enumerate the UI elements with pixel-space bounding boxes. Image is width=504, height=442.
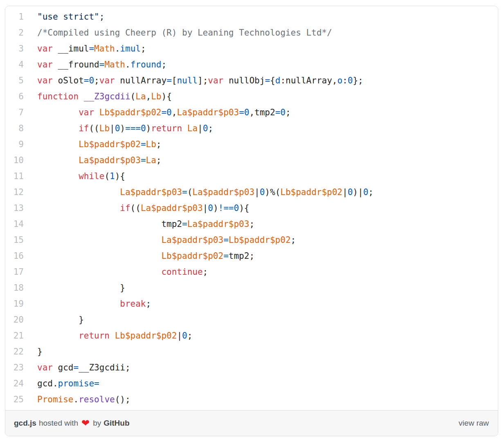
code-text: La$paddr$p03=La; (24, 153, 161, 168)
code-text: if((Lb|0)===0)return La|0; (24, 121, 213, 137)
line-number: 10 (5, 153, 24, 168)
line-number: 18 (5, 280, 24, 296)
line-number: 4 (5, 57, 24, 73)
line-number: 2 (5, 25, 24, 41)
line-number: 23 (5, 360, 24, 376)
code-line: 19 break; (5, 296, 498, 312)
code-text: return Lb$paddr$p02|0; (24, 328, 192, 344)
code-line: 12 La$paddr$p03=(La$paddr$p03|0)%(Lb$pad… (5, 184, 498, 200)
line-number: 12 (5, 184, 24, 200)
code-text: break; (24, 296, 151, 312)
code-line: 15 La$paddr$p03=Lb$paddr$p02; (5, 232, 498, 248)
gist-file-link[interactable]: gcd.js (14, 419, 36, 428)
code-text: La$paddr$p03=(La$paddr$p03|0)%(Lb$paddr$… (24, 184, 374, 200)
code-line: 4var __fround=Math.fround; (5, 57, 498, 73)
code-text: var __imul=Math.imul; (24, 41, 146, 57)
line-number: 7 (5, 105, 24, 121)
code-text: Lb$paddr$p02=tmp2; (24, 248, 254, 264)
code-text: Promise.resolve(); (24, 392, 130, 408)
code-line: 24gcd.promise= (5, 376, 498, 392)
line-number: 14 (5, 216, 24, 232)
code-line: 17 continue; (5, 264, 498, 280)
line-number: 17 (5, 264, 24, 280)
gist-footer: gcd.js hosted with ❤ by GitHub view raw (5, 411, 498, 436)
line-number: 9 (5, 137, 24, 153)
code-line: 22} (5, 344, 498, 360)
hosted-with-text: hosted with (39, 419, 78, 428)
code-text: } (24, 344, 43, 360)
code-line: 21 return Lb$paddr$p02|0; (5, 328, 498, 344)
code-line: 23var gcd=__Z3gcdii; (5, 360, 498, 376)
code-text: if((La$paddr$p03|0)!==0){ (24, 200, 249, 216)
code-text: continue; (24, 264, 208, 280)
line-number: 16 (5, 248, 24, 264)
code-text: var Lb$paddr$p02=0,La$paddr$p03=0,tmp2=0… (24, 105, 291, 121)
code-text: function __Z3gcdii(La,Lb){ (24, 89, 172, 105)
by-text: by (93, 419, 101, 428)
code-line: 1"use strict"; (5, 9, 498, 25)
view-raw-link[interactable]: view raw (459, 419, 489, 428)
code-text: var __fround=Math.fround; (24, 57, 166, 73)
code-text: } (24, 280, 125, 296)
line-number: 21 (5, 328, 24, 344)
footer-attribution: gcd.js hosted with ❤ by GitHub (14, 418, 130, 428)
line-number: 25 (5, 392, 24, 408)
code-text: var gcd=__Z3gcdii; (24, 360, 130, 376)
code-text: tmp2=La$paddr$p03; (24, 216, 254, 232)
code-line: 13 if((La$paddr$p03|0)!==0){ (5, 200, 498, 216)
code-text: gcd.promise= (24, 376, 99, 392)
code-text: while(1){ (24, 168, 125, 184)
code-line: 14 tmp2=La$paddr$p03; (5, 216, 498, 232)
code-line: 5var oSlot=0;var nullArray=[null];var nu… (5, 73, 498, 89)
code-line: 11 while(1){ (5, 168, 498, 184)
code-text: Lb$paddr$p02=Lb; (24, 137, 161, 153)
code-text: "use strict"; (24, 9, 104, 25)
line-number: 13 (5, 200, 24, 216)
line-number: 1 (5, 9, 24, 25)
code-line: 8 if((Lb|0)===0)return La|0; (5, 121, 498, 137)
code-line: 9 Lb$paddr$p02=Lb; (5, 137, 498, 153)
line-number: 6 (5, 89, 24, 105)
line-number: 5 (5, 73, 24, 89)
code-line: 6function __Z3gcdii(La,Lb){ (5, 89, 498, 105)
line-number: 22 (5, 344, 24, 360)
code-line: 20 } (5, 312, 498, 328)
gist-embed: 1"use strict";2/*Compiled using Cheerp (… (5, 6, 498, 436)
line-number: 20 (5, 312, 24, 328)
code-line: 25Promise.resolve(); (5, 392, 498, 408)
code-area: 1"use strict";2/*Compiled using Cheerp (… (5, 6, 498, 411)
code-text: } (24, 312, 84, 328)
line-number: 15 (5, 232, 24, 248)
line-number: 11 (5, 168, 24, 184)
code-text: var oSlot=0;var nullArray=[null];var nul… (24, 73, 363, 89)
line-number: 24 (5, 376, 24, 392)
code-line: 7 var Lb$paddr$p02=0,La$paddr$p03=0,tmp2… (5, 105, 498, 121)
code-line: 10 La$paddr$p03=La; (5, 153, 498, 168)
code-text: /*Compiled using Cheerp (R) by Leaning T… (24, 25, 332, 41)
line-number: 19 (5, 296, 24, 312)
heart-icon: ❤ (81, 418, 90, 428)
code-line: 2/*Compiled using Cheerp (R) by Leaning … (5, 25, 498, 41)
code-line: 16 Lb$paddr$p02=tmp2; (5, 248, 498, 264)
line-number: 3 (5, 41, 24, 57)
code-line: 3var __imul=Math.imul; (5, 41, 498, 57)
github-link[interactable]: GitHub (104, 419, 129, 428)
code-line: 18 } (5, 280, 498, 296)
code-text: La$paddr$p03=Lb$paddr$p02; (24, 232, 296, 248)
line-number: 8 (5, 121, 24, 137)
